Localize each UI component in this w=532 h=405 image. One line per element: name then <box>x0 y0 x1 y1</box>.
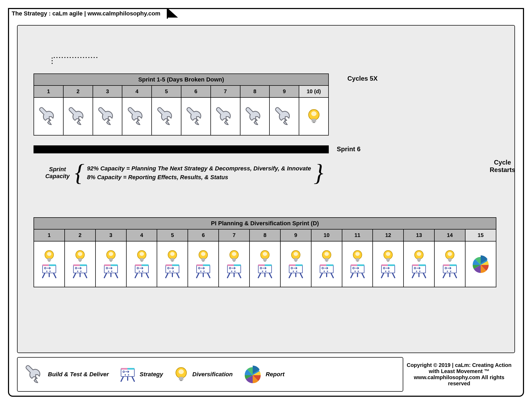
sprint-bottom-col-header: 10 <box>311 230 342 242</box>
wrench-icon <box>26 365 44 384</box>
lightbulb-icon <box>290 250 302 262</box>
strategy-board-icon <box>411 263 427 278</box>
capacity-line-2: 8% Capacity = Reporting Effects, Results… <box>87 173 311 182</box>
capacity-label-1: Sprint <box>43 166 72 173</box>
legend-item: Build & Test & Deliver <box>26 365 109 384</box>
sprint-bottom-col-header: 4 <box>127 230 157 242</box>
sprint6-bar <box>34 145 329 153</box>
sprint-bottom-col-header: 15 <box>466 230 496 242</box>
strategy-board-icon <box>349 263 366 278</box>
wrench-icon <box>157 107 176 126</box>
lightbulb-icon <box>444 250 456 262</box>
legend-item: Report <box>243 365 285 384</box>
wrench-icon <box>186 107 205 126</box>
legend-label: Diversification <box>192 371 233 378</box>
sprint-bottom-cell <box>404 242 435 287</box>
sprint-bottom-title: PI Planning & Diversification Sprint (D) <box>34 218 496 230</box>
sprint-top-cell <box>240 98 270 135</box>
sprint-bottom-col-header: 1 <box>34 230 65 242</box>
lightbulb-icon <box>136 250 148 262</box>
sprint-top-cell <box>93 98 123 135</box>
lightbulb-icon <box>413 250 425 262</box>
legend-item: Diversification <box>174 367 233 382</box>
lightbulb-icon <box>321 250 333 262</box>
sprint-bottom-cell <box>157 242 188 287</box>
sprint-capacity-block: Sprint Capacity { 92% Capacity = Plannin… <box>43 164 323 182</box>
cycles-5x-label: Cycles 5X <box>347 75 377 82</box>
lightbulb-icon <box>197 250 209 262</box>
sprint-bottom-col-header: 13 <box>404 230 435 242</box>
sprint-top-col-header: 2 <box>64 86 93 98</box>
sprint-top-col-header: 10 (d) <box>299 86 328 98</box>
sprint-top-col-header: 8 <box>240 86 270 98</box>
sprint-top-cell <box>211 98 240 135</box>
wrench-icon <box>246 107 264 126</box>
sprint-bottom-col-header: 5 <box>157 230 188 242</box>
sprint-bottom-cell <box>373 242 404 287</box>
sprint-top-cell <box>270 98 299 135</box>
cycle-restarts-label: Cycle Restarts <box>487 159 518 174</box>
strategy-board-icon <box>195 263 211 278</box>
sprint-top-col-header: 4 <box>122 86 152 98</box>
sprint-bottom-col-header: 8 <box>250 230 281 242</box>
sprint-bottom-cell <box>311 242 342 287</box>
lightbulb-icon <box>105 250 117 262</box>
sprint-bottom-cell <box>281 242 311 287</box>
right-brace-icon: } <box>314 165 323 181</box>
page-title: The Strategy : caLm agile | www.calmphil… <box>8 8 168 19</box>
strategy-board-icon <box>226 263 242 278</box>
strategy-board-icon <box>41 263 57 278</box>
pie-chart-icon <box>243 365 262 384</box>
sprint-bottom-col-header: 7 <box>219 230 250 242</box>
sprint-bottom-col-header: 3 <box>96 230 127 242</box>
sprint-top-cell <box>64 98 93 135</box>
wrench-icon <box>128 107 146 126</box>
sprint-bottom-cell <box>34 242 65 287</box>
tab-notch <box>167 8 178 18</box>
title-tab: The Strategy : caLm agile | www.calmphil… <box>8 8 178 19</box>
wrench-icon <box>98 107 117 126</box>
legend-item: Strategy <box>119 367 163 382</box>
lightbulb-icon <box>43 250 55 262</box>
legend-label: Report <box>266 371 285 378</box>
sprint-bottom-cell <box>342 242 373 287</box>
sprint-top-cell <box>152 98 181 135</box>
strategy-board-icon <box>318 263 335 278</box>
sprint-bottom-col-header: 12 <box>373 230 404 242</box>
footer: Build & Test & DeliverStrategyDiversific… <box>17 356 515 393</box>
main-canvas: Sprint 1-5 (Days Broken Down) 1234567891… <box>17 25 515 353</box>
lightbulb-icon <box>174 367 189 382</box>
sprint-bottom-cell <box>65 242 96 287</box>
diagram-frame: The Strategy : caLm agile | www.calmphil… <box>8 8 524 397</box>
copyright-text: Copyright © 2019 | caLm: Creating Action… <box>403 362 515 387</box>
wrench-icon <box>39 107 58 126</box>
sprint-bottom-table: PI Planning & Diversification Sprint (D)… <box>34 217 496 287</box>
strategy-board-icon <box>380 263 396 278</box>
legend-label: Build & Test & Deliver <box>48 371 109 378</box>
lightbulb-icon <box>382 250 394 262</box>
wrench-icon <box>69 107 87 126</box>
strategy-board-icon <box>288 263 304 278</box>
sprint-top-title: Sprint 1-5 (Days Broken Down) <box>34 74 328 86</box>
sprint-bottom-col-header: 14 <box>435 230 466 242</box>
sprint-top-cell <box>299 98 328 135</box>
wrench-icon <box>275 107 294 126</box>
sprint-bottom-cell <box>466 242 496 287</box>
sprint-bottom-cell <box>188 242 219 287</box>
capacity-line-1: 92% Capacity = Planning The Next Strateg… <box>87 164 311 173</box>
wrench-icon <box>216 107 235 126</box>
sprint-bottom-cell <box>435 242 466 287</box>
capacity-label-2: Capacity <box>43 173 72 180</box>
sprint-bottom-cell <box>127 242 157 287</box>
legend: Build & Test & DeliverStrategyDiversific… <box>17 357 403 392</box>
pie-chart-icon <box>471 255 490 273</box>
sprint-bottom-cell <box>96 242 127 287</box>
strategy-board-icon <box>257 263 273 278</box>
sprint-bottom-col-header: 2 <box>65 230 96 242</box>
sprint-top-col-header: 5 <box>152 86 181 98</box>
sprint-top-col-header: 9 <box>270 86 299 98</box>
sprint-top-table: Sprint 1-5 (Days Broken Down) 1234567891… <box>34 73 329 136</box>
sprint-bottom-col-header: 11 <box>342 230 373 242</box>
lightbulb-icon <box>351 250 364 262</box>
lightbulb-icon <box>228 250 240 262</box>
